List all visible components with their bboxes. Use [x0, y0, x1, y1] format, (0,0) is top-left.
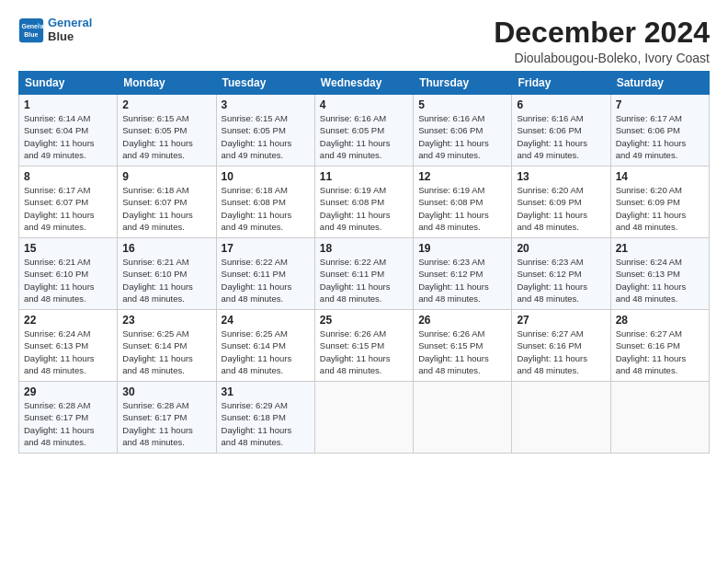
col-sunday: Sunday	[19, 72, 118, 95]
calendar-cell: 3Sunrise: 6:15 AMSunset: 6:05 PMDaylight…	[216, 95, 314, 167]
day-number: 22	[24, 314, 112, 327]
calendar-cell: 7Sunrise: 6:17 AMSunset: 6:06 PMDaylight…	[610, 95, 709, 167]
day-number: 30	[122, 385, 210, 398]
calendar-cell	[610, 382, 709, 454]
day-number: 5	[418, 98, 506, 111]
logo-text: General Blue	[48, 17, 92, 44]
day-info: Sunrise: 6:21 AMSunset: 6:10 PMDaylight:…	[122, 256, 210, 304]
day-number: 13	[517, 170, 605, 183]
day-info: Sunrise: 6:18 AMSunset: 6:07 PMDaylight:…	[122, 184, 210, 233]
day-info: Sunrise: 6:23 AMSunset: 6:12 PMDaylight:…	[517, 256, 605, 304]
calendar-cell: 16Sunrise: 6:21 AMSunset: 6:10 PMDayligh…	[118, 238, 216, 310]
logo: General Blue General Blue	[18, 17, 92, 44]
day-info: Sunrise: 6:22 AMSunset: 6:11 PMDaylight:…	[320, 256, 408, 304]
calendar-cell: 19Sunrise: 6:23 AMSunset: 6:12 PMDayligh…	[414, 238, 512, 310]
calendar: Sunday Monday Tuesday Wednesday Thursday…	[18, 71, 710, 454]
calendar-cell: 29Sunrise: 6:28 AMSunset: 6:17 PMDayligh…	[19, 382, 118, 454]
calendar-cell: 17Sunrise: 6:22 AMSunset: 6:11 PMDayligh…	[216, 238, 314, 310]
day-number: 17	[222, 242, 310, 255]
day-info: Sunrise: 6:24 AMSunset: 6:13 PMDaylight:…	[24, 327, 112, 376]
day-info: Sunrise: 6:24 AMSunset: 6:13 PMDaylight:…	[616, 256, 704, 304]
calendar-cell: 8Sunrise: 6:17 AMSunset: 6:07 PMDaylight…	[19, 167, 118, 238]
day-info: Sunrise: 6:15 AMSunset: 6:05 PMDaylight:…	[222, 112, 310, 161]
day-info: Sunrise: 6:26 AMSunset: 6:15 PMDaylight:…	[320, 327, 408, 376]
day-number: 28	[616, 314, 704, 327]
calendar-week-1: 1Sunrise: 6:14 AMSunset: 6:04 PMDaylight…	[19, 95, 710, 167]
calendar-cell	[414, 382, 512, 454]
day-number: 18	[320, 242, 408, 255]
calendar-cell: 2Sunrise: 6:15 AMSunset: 6:05 PMDaylight…	[118, 95, 216, 167]
day-number: 16	[122, 242, 210, 255]
calendar-cell: 22Sunrise: 6:24 AMSunset: 6:13 PMDayligh…	[19, 310, 118, 382]
day-number: 6	[517, 98, 605, 111]
day-number: 11	[320, 170, 408, 183]
title-block: December 2024 Dioulabougou-Boleko, Ivory…	[494, 17, 710, 65]
calendar-cell: 11Sunrise: 6:19 AMSunset: 6:08 PMDayligh…	[314, 167, 413, 238]
calendar-cell	[512, 382, 610, 454]
day-number: 14	[616, 170, 704, 183]
calendar-week-5: 29Sunrise: 6:28 AMSunset: 6:17 PMDayligh…	[19, 382, 710, 454]
day-info: Sunrise: 6:25 AMSunset: 6:14 PMDaylight:…	[122, 327, 210, 376]
day-number: 1	[24, 98, 112, 111]
col-saturday: Saturday	[610, 72, 709, 95]
calendar-cell: 9Sunrise: 6:18 AMSunset: 6:07 PMDaylight…	[118, 167, 216, 238]
location: Dioulabougou-Boleko, Ivory Coast	[494, 51, 710, 65]
calendar-cell: 30Sunrise: 6:28 AMSunset: 6:17 PMDayligh…	[118, 382, 216, 454]
day-info: Sunrise: 6:27 AMSunset: 6:16 PMDaylight:…	[616, 327, 704, 376]
day-info: Sunrise: 6:18 AMSunset: 6:08 PMDaylight:…	[222, 184, 310, 233]
logo-general: General	[48, 16, 92, 29]
calendar-week-2: 8Sunrise: 6:17 AMSunset: 6:07 PMDaylight…	[19, 167, 710, 238]
calendar-header-row: Sunday Monday Tuesday Wednesday Thursday…	[19, 72, 710, 95]
calendar-cell: 23Sunrise: 6:25 AMSunset: 6:14 PMDayligh…	[118, 310, 216, 382]
calendar-cell: 5Sunrise: 6:16 AMSunset: 6:06 PMDaylight…	[414, 95, 512, 167]
day-number: 23	[122, 314, 210, 327]
day-number: 12	[418, 170, 506, 183]
day-number: 15	[24, 242, 112, 255]
day-number: 3	[222, 98, 310, 111]
day-info: Sunrise: 6:25 AMSunset: 6:14 PMDaylight:…	[222, 327, 310, 376]
calendar-cell: 31Sunrise: 6:29 AMSunset: 6:18 PMDayligh…	[216, 382, 314, 454]
col-thursday: Thursday	[414, 72, 512, 95]
day-number: 21	[616, 242, 704, 255]
day-number: 4	[320, 98, 408, 111]
day-info: Sunrise: 6:14 AMSunset: 6:04 PMDaylight:…	[24, 112, 112, 161]
day-number: 19	[418, 242, 506, 255]
day-info: Sunrise: 6:27 AMSunset: 6:16 PMDaylight:…	[517, 327, 605, 376]
day-info: Sunrise: 6:16 AMSunset: 6:06 PMDaylight:…	[517, 112, 605, 161]
header: General Blue General Blue December 2024 …	[18, 17, 710, 65]
day-info: Sunrise: 6:26 AMSunset: 6:15 PMDaylight:…	[418, 327, 506, 376]
day-number: 20	[517, 242, 605, 255]
day-info: Sunrise: 6:20 AMSunset: 6:09 PMDaylight:…	[517, 184, 605, 233]
calendar-cell	[314, 382, 413, 454]
day-info: Sunrise: 6:19 AMSunset: 6:08 PMDaylight:…	[418, 184, 506, 233]
calendar-cell: 4Sunrise: 6:16 AMSunset: 6:05 PMDaylight…	[314, 95, 413, 167]
day-number: 29	[24, 385, 112, 398]
page: General Blue General Blue December 2024 …	[0, 0, 728, 465]
day-info: Sunrise: 6:21 AMSunset: 6:10 PMDaylight:…	[24, 256, 112, 304]
day-info: Sunrise: 6:29 AMSunset: 6:18 PMDaylight:…	[222, 399, 310, 448]
day-number: 26	[418, 314, 506, 327]
calendar-cell: 6Sunrise: 6:16 AMSunset: 6:06 PMDaylight…	[512, 95, 610, 167]
calendar-cell: 14Sunrise: 6:20 AMSunset: 6:09 PMDayligh…	[610, 167, 709, 238]
calendar-cell: 20Sunrise: 6:23 AMSunset: 6:12 PMDayligh…	[512, 238, 610, 310]
day-info: Sunrise: 6:22 AMSunset: 6:11 PMDaylight:…	[222, 256, 310, 304]
calendar-cell: 24Sunrise: 6:25 AMSunset: 6:14 PMDayligh…	[216, 310, 314, 382]
day-info: Sunrise: 6:28 AMSunset: 6:17 PMDaylight:…	[122, 399, 210, 448]
day-info: Sunrise: 6:23 AMSunset: 6:12 PMDaylight:…	[418, 256, 506, 304]
calendar-cell: 28Sunrise: 6:27 AMSunset: 6:16 PMDayligh…	[610, 310, 709, 382]
day-info: Sunrise: 6:20 AMSunset: 6:09 PMDaylight:…	[616, 184, 704, 233]
day-info: Sunrise: 6:17 AMSunset: 6:06 PMDaylight:…	[616, 112, 704, 161]
day-number: 7	[616, 98, 704, 111]
calendar-cell: 13Sunrise: 6:20 AMSunset: 6:09 PMDayligh…	[512, 167, 610, 238]
calendar-cell: 27Sunrise: 6:27 AMSunset: 6:16 PMDayligh…	[512, 310, 610, 382]
calendar-cell: 1Sunrise: 6:14 AMSunset: 6:04 PMDaylight…	[19, 95, 118, 167]
month-title: December 2024	[494, 17, 710, 49]
calendar-cell: 18Sunrise: 6:22 AMSunset: 6:11 PMDayligh…	[314, 238, 413, 310]
col-friday: Friday	[512, 72, 610, 95]
day-info: Sunrise: 6:17 AMSunset: 6:07 PMDaylight:…	[24, 184, 112, 233]
day-number: 9	[122, 170, 210, 183]
svg-rect-0	[19, 18, 43, 42]
day-info: Sunrise: 6:16 AMSunset: 6:05 PMDaylight:…	[320, 112, 408, 161]
day-number: 27	[517, 314, 605, 327]
day-number: 25	[320, 314, 408, 327]
